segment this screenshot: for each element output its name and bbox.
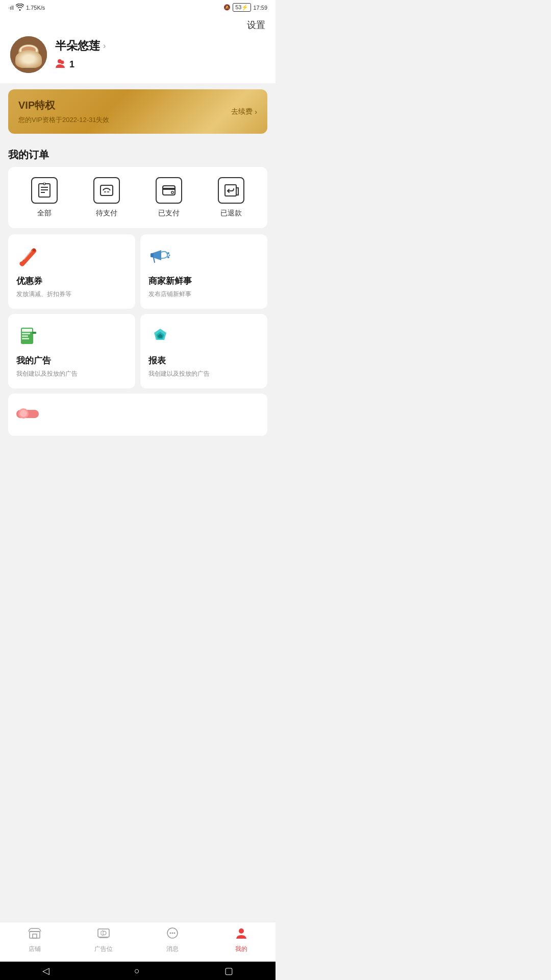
orders-section-title: 我的订单 — [0, 140, 276, 167]
pending-orders-label: 待支付 — [96, 209, 117, 218]
chart-icon — [148, 324, 172, 348]
time: 17:59 — [253, 5, 267, 11]
svg-point-3 — [21, 46, 36, 54]
status-left: ·ıll 1.75K/s — [8, 4, 45, 12]
merchant-news-name: 商家新鲜事 — [148, 275, 259, 287]
coupon-icon — [16, 244, 40, 268]
person-icon — [55, 58, 66, 71]
orders-grid: 全部 待支付 已支付 — [13, 177, 262, 218]
svg-point-21 — [167, 252, 169, 254]
orders-card: 全部 待支付 已支付 — [8, 167, 267, 228]
svg-point-7 — [61, 60, 64, 64]
coupon-name: 优惠券 — [16, 275, 127, 287]
svg-rect-26 — [22, 333, 30, 334]
svg-rect-19 — [151, 253, 154, 257]
followers-row: 1 — [55, 58, 106, 71]
svg-rect-0 — [10, 36, 47, 73]
reports-desc: 我创建以及投放的广告 — [148, 370, 259, 378]
svg-rect-13 — [101, 185, 113, 195]
all-orders-icon — [31, 177, 58, 204]
pending-orders-icon — [93, 177, 120, 204]
partial-card[interactable] — [8, 394, 267, 436]
svg-rect-29 — [32, 332, 36, 334]
partial-card-icon — [16, 404, 39, 426]
feature-grid: 优惠券 发放满减、折扣券等 商家新鲜事 发布店铺新鲜事 — [8, 234, 267, 388]
svg-rect-25 — [22, 329, 32, 332]
wifi-icon — [16, 4, 24, 12]
order-item-all[interactable]: 全部 — [31, 177, 58, 218]
signal-icon: ·ıll — [8, 5, 14, 11]
my-ads-desc: 我创建以及投放的广告 — [16, 370, 127, 378]
profile-name-row[interactable]: 半朵悠莲 › — [55, 38, 106, 54]
vip-title: VIP特权 — [18, 99, 109, 112]
profile-name: 半朵悠莲 — [55, 38, 100, 54]
feature-card-merchant-news[interactable]: 商家新鲜事 发布店铺新鲜事 — [140, 234, 267, 309]
svg-point-32 — [20, 410, 27, 417]
merchant-news-desc: 发布店铺新鲜事 — [148, 290, 259, 299]
feature-card-coupon[interactable]: 优惠券 发放满减、折扣券等 — [8, 234, 135, 309]
avatar[interactable] — [10, 36, 47, 73]
ad-icon — [16, 324, 40, 348]
coupon-desc: 发放满减、折扣券等 — [16, 290, 127, 299]
my-ads-name: 我的广告 — [16, 355, 127, 366]
svg-point-12 — [43, 183, 45, 185]
svg-rect-16 — [171, 191, 173, 193]
vip-renew-label: 去续费 — [231, 107, 253, 116]
svg-rect-15 — [163, 188, 175, 190]
svg-line-20 — [154, 258, 155, 262]
order-item-pending[interactable]: 待支付 — [93, 177, 120, 218]
refunded-orders-label: 已退款 — [220, 209, 242, 218]
reports-name: 报表 — [148, 355, 259, 366]
profile-info: 半朵悠莲 › 1 — [55, 38, 106, 71]
svg-rect-27 — [22, 335, 28, 337]
order-item-paid[interactable]: 已支付 — [156, 177, 182, 218]
vip-info: VIP特权 您的VIP资格于2022-12-31失效 — [18, 99, 109, 125]
header: 设置 — [0, 15, 276, 31]
order-item-refunded[interactable]: 已退款 — [218, 177, 244, 218]
vip-subtitle: 您的VIP资格于2022-12-31失效 — [18, 115, 109, 125]
status-bar: ·ıll 1.75K/s 🔕 53⚡ 17:59 — [0, 0, 276, 15]
feature-card-my-ads[interactable]: 我的广告 我创建以及投放的广告 — [8, 314, 135, 388]
refunded-orders-icon — [218, 177, 244, 204]
profile-chevron-icon: › — [103, 41, 106, 51]
network-speed: 1.75K/s — [26, 5, 45, 11]
svg-point-22 — [169, 255, 170, 256]
megaphone-icon — [148, 244, 172, 268]
profile-section: 半朵悠莲 › 1 — [0, 31, 276, 83]
status-right: 🔕 53⚡ 17:59 — [223, 3, 267, 12]
settings-button[interactable]: 设置 — [247, 19, 265, 31]
followers-count: 1 — [69, 59, 74, 70]
svg-rect-5 — [19, 65, 38, 67]
vip-card[interactable]: VIP特权 您的VIP资格于2022-12-31失效 去续费 › — [8, 89, 267, 134]
svg-point-23 — [167, 256, 169, 258]
paid-orders-label: 已支付 — [158, 209, 180, 218]
vip-renew-button[interactable]: 去续费 › — [231, 107, 257, 116]
svg-rect-28 — [22, 338, 29, 339]
avatar-image — [10, 36, 47, 73]
svg-point-18 — [33, 249, 36, 252]
battery-icon: 53⚡ — [233, 3, 251, 12]
vip-renew-chevron: › — [255, 108, 257, 116]
svg-rect-4 — [21, 56, 36, 65]
paid-orders-icon — [156, 177, 182, 204]
bell-icon: 🔕 — [223, 4, 231, 11]
all-orders-label: 全部 — [37, 209, 52, 218]
feature-card-reports[interactable]: 报表 我创建以及投放的广告 — [140, 314, 267, 388]
